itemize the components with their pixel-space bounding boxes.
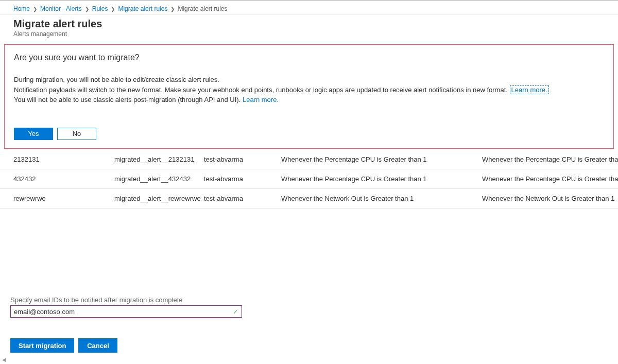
breadcrumb-link[interactable]: Monitor - Alerts — [40, 5, 82, 12]
dialog-line: During migration, you will not be able t… — [14, 75, 604, 85]
page-title: Migrate alert rules — [13, 18, 605, 30]
cell-condition2: Whenever the Percentage CPU is Greater t… — [482, 155, 618, 163]
email-label: Specify email IDs to be notified after m… — [10, 296, 608, 304]
table-row[interactable]: rewrewrwe migrated__alert__rewrewrwe tes… — [0, 189, 618, 209]
page-header: Migrate alert rules Alerts management — [0, 15, 618, 44]
learn-more-link[interactable]: Learn more. — [510, 85, 549, 94]
cell-condition: Whenever the Percentage CPU is Greater t… — [281, 175, 482, 183]
scroll-left-icon[interactable]: ◀ — [2, 357, 7, 362]
dialog-body: During migration, you will not be able t… — [14, 75, 604, 105]
cell-name: migrated__alert__rewrewrwe — [114, 195, 204, 202]
breadcrumb-link[interactable]: Migrate alert rules — [118, 5, 167, 12]
bottom-panel: Specify email IDs to be notified after m… — [10, 296, 608, 353]
cell-name: migrated__alert__2132131 — [114, 155, 204, 163]
rules-table: 2132131 migrated__alert__2132131 test-ab… — [0, 150, 618, 209]
no-button[interactable]: No — [57, 128, 96, 140]
dialog-line: Notification payloads will switch to the… — [14, 85, 604, 95]
cancel-button[interactable]: Cancel — [78, 338, 117, 353]
breadcrumb-link[interactable]: Rules — [92, 5, 108, 12]
breadcrumb-link[interactable]: Home — [13, 5, 30, 12]
dialog-buttons: Yes No — [14, 128, 604, 140]
yes-button[interactable]: Yes — [14, 128, 53, 140]
page-subtitle: Alerts management — [13, 30, 605, 38]
cell-condition2: Whenever the Network Out is Greater than… — [482, 195, 618, 202]
chevron-right-icon: ❯ — [33, 6, 37, 12]
cell-resource: test-abvarma — [204, 155, 281, 163]
learn-more-link[interactable]: Learn more. — [243, 96, 279, 103]
cell-id: 432432 — [13, 175, 114, 183]
cell-id: 2132131 — [13, 155, 114, 163]
check-icon: ✓ — [233, 308, 238, 316]
table-row[interactable]: 432432 migrated__alert__432432 test-abva… — [0, 169, 618, 189]
dialog-line: You will not be able to use classic aler… — [14, 95, 604, 105]
table-row[interactable]: 2132131 migrated__alert__2132131 test-ab… — [0, 150, 618, 169]
cell-name: migrated__alert__432432 — [114, 175, 204, 183]
dialog-text-span: You will not be able to use classic aler… — [14, 96, 243, 103]
confirm-dialog: Are you sure you want to migrate? During… — [4, 44, 614, 149]
chevron-right-icon: ❯ — [111, 6, 115, 12]
chevron-right-icon: ❯ — [170, 6, 175, 12]
cell-condition2: Whenever the Percentage CPU is Greater t… — [482, 175, 618, 183]
breadcrumb: Home ❯ Monitor - Alerts ❯ Rules ❯ Migrat… — [0, 0, 618, 15]
chevron-right-icon: ❯ — [85, 6, 89, 12]
cell-condition: Whenever the Percentage CPU is Greater t… — [281, 155, 482, 163]
email-value: email@contoso.com — [14, 308, 75, 316]
cell-condition: Whenever the Network Out is Greater than… — [281, 195, 482, 202]
breadcrumb-current: Migrate alert rules — [178, 5, 227, 12]
cell-resource: test-abvarma — [204, 195, 281, 202]
email-input[interactable]: email@contoso.com ✓ — [10, 305, 242, 318]
dialog-text-span: Notification payloads will switch to the… — [14, 86, 510, 94]
dialog-title: Are you sure you want to migrate? — [14, 53, 604, 62]
action-buttons: Start migration Cancel — [10, 338, 608, 353]
start-migration-button[interactable]: Start migration — [10, 338, 74, 353]
cell-resource: test-abvarma — [204, 175, 281, 183]
cell-id: rewrewrwe — [13, 195, 114, 202]
